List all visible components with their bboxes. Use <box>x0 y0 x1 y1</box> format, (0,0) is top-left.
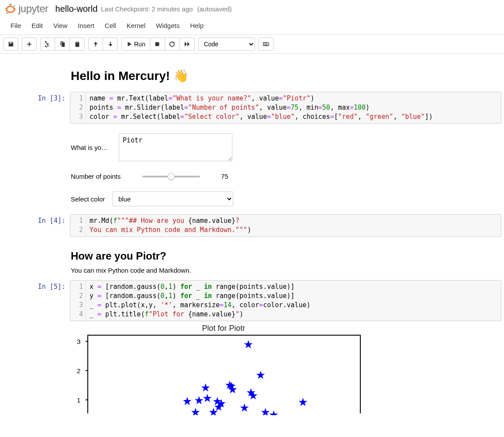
menu-edit[interactable]: Edit <box>26 19 48 32</box>
run-button[interactable]: Run <box>121 38 150 51</box>
gutter: 123 <box>70 92 86 123</box>
menu-kernel[interactable]: Kernel <box>121 19 151 32</box>
code-cell-5[interactable]: In [5]: 1234 x = [random.gauss(0,1) for … <box>0 280 504 413</box>
prompt-empty <box>0 60 70 90</box>
svg-rect-5 <box>264 43 265 44</box>
restart-button[interactable] <box>165 38 180 51</box>
plot-axes: 123★★★★★★★★★★★★★★★★★★★★ <box>87 335 361 413</box>
menu-cell[interactable]: Cell <box>100 19 121 32</box>
copy-button[interactable] <box>55 38 70 51</box>
svg-point-0 <box>10 3 11 5</box>
notebook-area: Hello in Mercury! 👋 In [3]: 123 name = m… <box>0 54 504 413</box>
code-editor[interactable]: mr.Md(f"""## How are you {name.value}? Y… <box>86 215 501 236</box>
paste-button[interactable] <box>70 38 85 51</box>
prompt-5: In [5]: <box>0 280 70 413</box>
plot-output: Plot for Piotr 123★★★★★★★★★★★★★★★★★★★★ <box>70 321 501 413</box>
plot-title: Plot for Piotr <box>88 324 359 333</box>
jupyter-text: jupyter <box>18 3 48 15</box>
move-down-button[interactable] <box>103 38 118 51</box>
menu-file[interactable]: File <box>5 19 26 32</box>
markdown-heading: Hello in Mercury! 👋 <box>71 69 504 83</box>
command-palette-button[interactable] <box>259 38 273 51</box>
scatter-marker: ★ <box>208 406 218 415</box>
autosaved-label: (autosaved) <box>197 5 231 13</box>
slider-value-label: 75 <box>221 173 228 180</box>
code-editor[interactable]: name = mr.Text(label="What is your name?… <box>86 92 501 123</box>
interrupt-button[interactable] <box>150 38 165 51</box>
add-cell-button[interactable] <box>22 38 37 51</box>
scatter-marker: ★ <box>298 396 308 408</box>
scatter-marker: ★ <box>194 395 204 406</box>
md-output-heading: How are you Piotr? <box>71 250 504 262</box>
prompt-3: In [3]: <box>0 92 70 212</box>
scatter-marker: ★ <box>243 339 253 350</box>
menu-view[interactable]: View <box>48 19 72 32</box>
jupyter-icon <box>4 3 17 15</box>
text-widget-input[interactable] <box>119 133 232 161</box>
cut-button[interactable] <box>40 38 55 51</box>
notebook-name[interactable]: hello-world <box>55 4 98 14</box>
checkpoint-label: Last Checkpoint: 2 minutes ago <box>101 5 193 13</box>
toolbar: Run Code <box>0 35 504 54</box>
slider-widget[interactable] <box>135 176 208 177</box>
prompt-4: In [4]: <box>0 214 70 237</box>
svg-rect-3 <box>155 42 159 46</box>
menu-help[interactable]: Help <box>185 19 209 32</box>
svg-rect-8 <box>264 45 267 45</box>
svg-rect-4 <box>263 43 269 46</box>
jupyter-logo[interactable]: jupyter <box>4 3 48 15</box>
svg-rect-6 <box>265 43 266 44</box>
select-widget[interactable]: blue <box>113 191 233 206</box>
notebook-header: jupyter hello-world Last Checkpoint: 2 m… <box>0 0 504 17</box>
move-up-button[interactable] <box>88 38 103 51</box>
menubar: File Edit View Insert Cell Kernel Widget… <box>0 17 504 35</box>
svg-point-2 <box>14 5 15 7</box>
scatter-marker: ★ <box>228 384 238 395</box>
code-cell-4[interactable]: In [4]: 12 mr.Md(f"""## How are you {nam… <box>0 214 504 237</box>
select-widget-label: Select color <box>71 195 113 203</box>
svg-rect-7 <box>266 43 267 44</box>
scatter-marker: ★ <box>190 406 200 415</box>
widgets-output: What is yo… Number of points 75 Select c… <box>70 124 501 212</box>
svg-point-1 <box>6 12 8 14</box>
run-label: Run <box>134 41 145 48</box>
cell-type-select[interactable]: Code <box>198 38 255 51</box>
menu-insert[interactable]: Insert <box>72 19 100 32</box>
restart-run-all-button[interactable] <box>180 38 195 51</box>
scatter-marker: ★ <box>248 390 258 401</box>
code-cell-3[interactable]: In [3]: 123 name = mr.Text(label="What i… <box>0 92 504 212</box>
scatter-marker: ★ <box>255 369 266 381</box>
menu-widgets[interactable]: Widgets <box>151 19 185 32</box>
scatter-marker: ★ <box>239 402 249 413</box>
save-button[interactable] <box>3 38 18 51</box>
code-editor[interactable]: x = [random.gauss(0,1) for _ in range(po… <box>86 281 501 321</box>
slider-widget-label: Number of points <box>71 173 135 180</box>
md-output-paragraph: You can mix Python code and Markdown. <box>71 267 504 274</box>
text-widget-label: What is yo… <box>71 144 119 151</box>
scatter-marker: ★ <box>260 406 270 415</box>
